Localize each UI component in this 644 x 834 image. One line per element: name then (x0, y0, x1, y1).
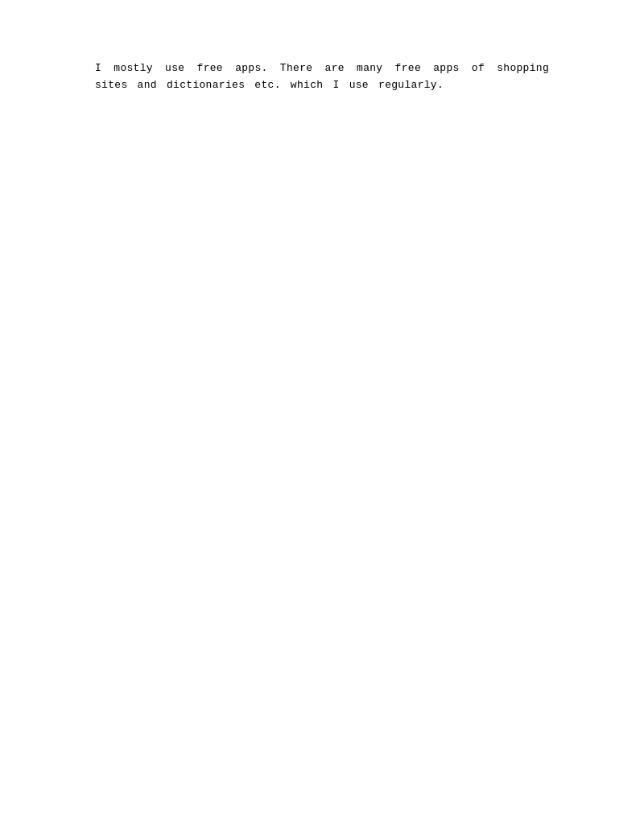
page-container: I mostly use free apps. There are many f… (0, 0, 644, 834)
main-paragraph: I mostly use free apps. There are many f… (95, 60, 549, 94)
